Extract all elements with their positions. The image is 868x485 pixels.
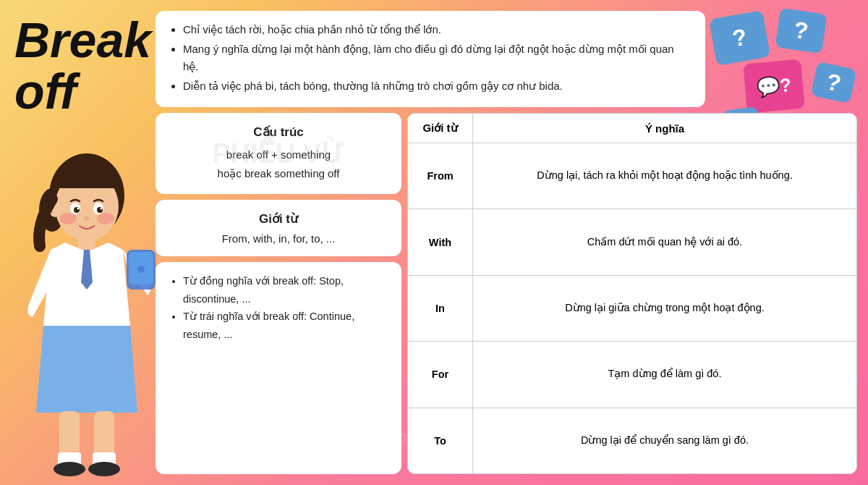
bullet-item-1: Chỉ việc tách rời, hoặc chia phần nhỏ từ… xyxy=(183,21,691,38)
svg-rect-18 xyxy=(59,411,80,458)
table-cell-meaning: Dừng lại, tách ra khỏi một hoạt động hoặ… xyxy=(473,143,857,209)
svg-point-9 xyxy=(77,208,80,210)
bottom-row: PHIẾU VỪ Cấu trúc break off + something … xyxy=(156,113,857,474)
right-column: Giới từ Ý nghĩa FromDừng lại, tách ra kh… xyxy=(407,113,857,474)
table-cell-prep: With xyxy=(408,209,473,275)
synonyms-box: Từ đồng nghĩa với break off: Stop, disco… xyxy=(156,262,401,474)
gioitu-box: Giới từ From, with, in, for, to, ... xyxy=(156,200,401,256)
bullet-item-3: Diễn tả việc phá bi, tách bóng, thường l… xyxy=(183,77,691,94)
svg-point-17 xyxy=(137,266,145,273)
title-line2: off xyxy=(14,66,151,117)
table-row: WithChấm dứt mối quan hệ với ai đó. xyxy=(408,209,857,275)
table-cell-meaning: Chấm dứt mối quan hệ với ai đó. xyxy=(473,209,857,275)
svg-point-4 xyxy=(97,213,114,224)
table-cell-prep: From xyxy=(408,143,473,209)
bullet-item-2: Mang ý nghĩa dừng lại một hành động, làm… xyxy=(183,41,691,75)
title-line1: Break xyxy=(14,14,151,66)
table-row: FromDừng lại, tách ra khỏi một hoạt động… xyxy=(408,143,857,209)
table-cell-prep: To xyxy=(408,408,473,473)
gioitu-items: From, with, in, for, to, ... xyxy=(170,232,387,245)
table-cell-meaning: Tạm dừng để làm gì đó. xyxy=(473,342,857,408)
table-cell-prep: In xyxy=(408,275,473,341)
table-row: ToDừng lại để chuyển sang làm gì đó. xyxy=(408,408,857,473)
table-cell-meaning: Dừng lại để chuyển sang làm gì đó. xyxy=(473,408,857,473)
synonyms-list: Từ đồng nghĩa với break off: Stop, disco… xyxy=(170,272,387,344)
character-illustration xyxy=(14,138,159,485)
vocab-table: Giới từ Ý nghĩa FromDừng lại, tách ra kh… xyxy=(407,113,857,474)
svg-point-23 xyxy=(88,462,120,476)
content-area: Chỉ việc tách rời, hoặc chia phần nhỏ từ… xyxy=(156,11,857,474)
table-header-prep: Giới từ xyxy=(408,114,473,143)
gioitu-heading: Giới từ xyxy=(170,211,387,227)
table-row: ForTạm dừng để làm gì đó. xyxy=(408,342,857,408)
left-column: PHIẾU VỪ Cấu trúc break off + something … xyxy=(156,113,401,474)
structure-box: PHIẾU VỪ Cấu trúc break off + something … xyxy=(156,113,401,194)
synonym-item-1: Từ đồng nghĩa với break off: Stop, disco… xyxy=(183,272,387,308)
svg-point-10 xyxy=(101,208,103,210)
bullet-list: Chỉ việc tách rời, hoặc chia phần nhỏ từ… xyxy=(170,21,691,94)
table-row: InDừng lại giữa chừng trong một hoạt độn… xyxy=(408,275,857,341)
synonym-item-2: Từ trái nghĩa với break off: Continue, r… xyxy=(183,308,387,343)
table-cell-prep: For xyxy=(408,342,473,408)
structure-heading: Cấu trúc xyxy=(170,125,387,140)
svg-point-3 xyxy=(59,213,77,224)
title-area: Break off xyxy=(14,14,151,118)
svg-point-22 xyxy=(54,462,85,476)
svg-rect-19 xyxy=(94,411,114,458)
table-cell-meaning: Dừng lại giữa chừng trong một hoạt động. xyxy=(473,275,857,341)
structure-formula: break off + something hoặc break somethi… xyxy=(170,146,387,182)
table-header-meaning: Ý nghĩa xyxy=(473,114,857,143)
svg-point-11 xyxy=(84,216,90,221)
top-bullets-section: Chỉ việc tách rời, hoặc chia phần nhỏ từ… xyxy=(156,11,705,107)
